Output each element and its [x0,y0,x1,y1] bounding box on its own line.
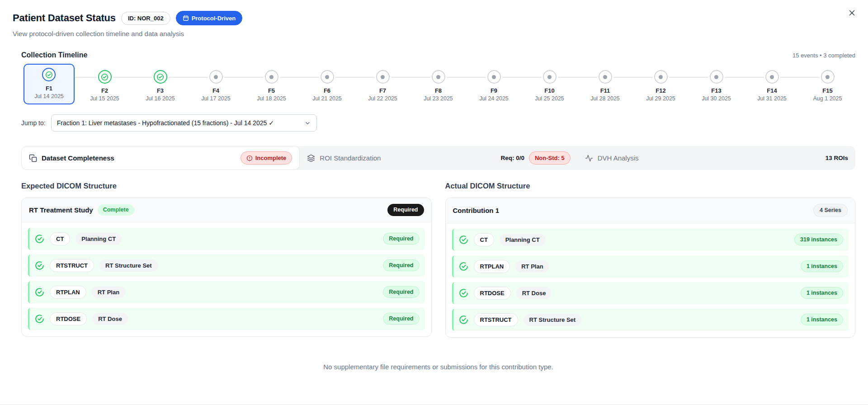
expected-row-rtstruct: RTSTRUCT RT Structure Set Required [28,254,425,277]
timeline-event-f12[interactable]: F12 Jul 29 2025 [633,67,689,102]
timeline-event-label: F15 [822,87,832,94]
description-pill: RT Structure Set [99,259,158,272]
required-badge: Required [383,313,419,325]
timeline-event-label: F11 [600,87,610,94]
timeline-event-date: Jul 21 2025 [312,95,342,102]
instances-badge: 1 instances [801,287,843,299]
tab-dataset-completeness[interactable]: Dataset Completeness Incomplete [21,146,300,170]
pending-dot-icon [654,70,668,84]
timeline-event-f9[interactable]: F9 Jul 24 2025 [466,67,522,102]
instances-badge: 1 instances [801,260,843,273]
timeline-event-date: Jul 16 2025 [146,95,175,102]
modal-subtitle: View protocol-driven collection timeline… [13,30,855,38]
completed-check-icon [154,70,167,84]
pending-dot-icon [209,70,223,84]
jump-to-select[interactable]: Fraction 1: Liver metastases - Hypofract… [51,114,317,132]
pending-dot-icon [265,70,278,84]
actual-panel: Contribution 1 4 Series CT Planning CT [445,198,856,338]
timeline-event-label: F10 [544,87,554,94]
description-pill: RT Plan [92,286,125,298]
actual-row-rtplan: RTPLAN RT Plan 1 instances [452,255,849,278]
jump-to-selected-value: Fraction 1: Liver metastases - Hypofract… [57,119,274,127]
description-pill: RT Dose [92,313,128,325]
timeline-event-date: Jul 23 2025 [424,95,453,102]
protocol-driven-badge: Protocol-Driven [176,11,243,25]
jump-to-label: Jump to: [21,119,46,127]
pending-dot-icon [487,70,501,84]
timeline-event-label: F4 [212,87,219,94]
tab-label: DVH Analysis [598,154,639,162]
check-circle-icon [35,287,44,297]
description-pill: RT Plan [515,260,549,273]
timeline-event-f6[interactable]: F6 Jul 21 2025 [299,67,355,102]
modality-pill: CT [50,232,70,245]
protocol-driven-label: Protocol-Driven [192,15,236,21]
pending-dot-icon [432,70,445,84]
expected-heading: Expected DICOM Structure [21,182,432,190]
timeline-event-label: F12 [656,87,665,94]
timeline-event-f3[interactable]: F3 Jul 16 2025 [132,67,188,102]
timeline-event-date: Jul 28 2025 [590,95,620,102]
copy-icon [29,154,37,162]
expected-row-rtplan: RTPLAN RT Plan Required [28,281,425,303]
modality-pill: RTDOSE [474,287,511,300]
activity-icon [585,154,593,162]
check-circle-icon [35,314,44,324]
close-icon[interactable] [845,6,858,19]
timeline-event-label: F9 [491,87,497,94]
collection-timeline-section: Collection Timeline 15 events • 3 comple… [21,51,855,132]
roi-req-count: Req: 0/0 [500,155,524,161]
pending-dot-icon [376,70,390,84]
timeline-event-date: Jul 14 2025 [34,93,64,99]
incomplete-badge: Incomplete [241,151,292,165]
timeline-event-date: Jul 25 2025 [535,95,564,102]
tab-dvh-analysis[interactable]: DVH Analysis 13 ROIs [578,146,855,170]
timeline-event-f14[interactable]: F14 Jul 31 2025 [744,67,800,102]
timeline-title: Collection Timeline [21,51,87,59]
timeline-event-label: F5 [268,87,275,94]
actual-dicom-column: Actual DICOM Structure Contribution 1 4 … [445,182,856,338]
check-circle-icon [459,235,468,245]
completed-check-icon [98,70,112,84]
check-circle-icon [35,234,44,244]
tab-roi-standardization[interactable]: ROI Standardization Req: 0/0 Non-Std: 5 [300,146,577,170]
pending-dot-icon [710,70,723,84]
check-circle-icon [459,262,468,271]
modality-pill: RTPLAN [474,260,510,273]
actual-heading: Actual DICOM Structure [445,182,856,190]
timeline-event-f2[interactable]: F2 Jul 15 2025 [77,67,132,102]
timeline-event-label: F14 [767,87,777,94]
timeline-event-f13[interactable]: F13 Jul 30 2025 [689,67,744,102]
timeline-event-label: F13 [711,87,721,94]
timeline-event-date: Jul 15 2025 [90,95,119,102]
timeline-event-f10[interactable]: F10 Jul 25 2025 [522,67,577,102]
description-pill: RT Dose [516,287,552,299]
timeline-event-date: Jul 22 2025 [368,95,397,102]
required-badge: Required [383,233,419,245]
modality-pill: CT [474,233,494,246]
timeline-event-f4[interactable]: F4 Jul 17 2025 [188,67,244,102]
timeline-event-date: Jul 31 2025 [757,95,787,102]
expected-row-ct: CT Planning CT Required [28,228,425,250]
timeline-event-f15[interactable]: F15 Aug 1 2025 [800,67,855,102]
timeline-selected-box: F1 Jul 14 2025 [24,64,75,104]
completed-check-icon [42,68,56,81]
timeline-event-f7[interactable]: F7 Jul 22 2025 [355,67,410,102]
actual-panel-title: Contribution 1 [453,207,499,214]
timeline-event-f1[interactable]: F1 Jul 14 2025 [21,67,77,104]
timeline-event-label: F7 [379,87,386,94]
timeline-event-f8[interactable]: F8 Jul 23 2025 [410,67,466,102]
description-pill: Planning CT [500,234,546,246]
required-badge: Required [383,286,419,298]
timeline-event-label: F3 [157,87,164,94]
modality-pill: RTSTRUCT [474,313,518,326]
timeline-event-f11[interactable]: F11 Jul 28 2025 [577,67,633,102]
check-circle-icon [459,288,468,298]
actual-row-rtdose: RTDOSE RT Dose 1 instances [452,282,849,304]
non-std-badge: Non-Std: 5 [529,151,571,165]
pending-dot-icon [599,70,612,84]
timeline-summary: 15 events • 3 completed [793,52,855,59]
timeline-event-f5[interactable]: F5 Jul 18 2025 [244,67,299,102]
timeline-event-date: Aug 1 2025 [813,95,842,102]
instances-badge: 319 instances [794,234,843,246]
